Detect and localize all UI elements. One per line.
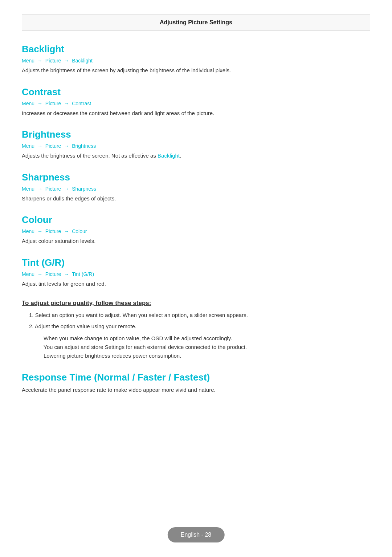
- colour-breadcrumb: Menu → Picture → Colour: [22, 228, 370, 234]
- breadcrumb-contrast: Contrast: [72, 101, 91, 106]
- section-backlight: Backlight Menu → Picture → Backlight Adj…: [22, 44, 370, 75]
- response-normal: Normal: [97, 372, 130, 383]
- arrow-icon: →: [37, 228, 44, 234]
- section-contrast: Contrast Menu → Picture → Contrast Incre…: [22, 86, 370, 118]
- breadcrumb-menu: Menu: [22, 228, 34, 234]
- notes-block: When you make change to option value, th…: [22, 334, 370, 360]
- section-sharpness: Sharpness Menu → Picture → Sharpness Sha…: [22, 172, 370, 203]
- breadcrumb-menu: Menu: [22, 101, 34, 106]
- breadcrumb-picture: Picture: [45, 143, 61, 149]
- sharpness-desc: Sharpens or dulls the edges of objects.: [22, 195, 370, 203]
- contrast-desc: Increases or decreases the contrast betw…: [22, 109, 370, 118]
- response-title-post: ): [207, 372, 210, 383]
- breadcrumb-sharpness: Sharpness: [72, 186, 96, 192]
- brightness-backlight-link[interactable]: Backlight: [158, 153, 180, 159]
- arrow-icon: →: [64, 186, 70, 192]
- response-slash2: /: [166, 372, 174, 383]
- breadcrumb-menu: Menu: [22, 186, 34, 192]
- section-tint: Tint (G/R) Menu → Picture → Tint (G/R) A…: [22, 257, 370, 288]
- steps-list: Select an option you want to adjust. Whe…: [22, 311, 370, 330]
- section-colour: Colour Menu → Picture → Colour Adjust co…: [22, 214, 370, 245]
- note-1: When you make change to option value, th…: [44, 334, 370, 343]
- colour-title: Colour: [22, 214, 370, 225]
- arrow-icon: →: [37, 101, 44, 106]
- breadcrumb-tint: Tint (G/R): [72, 271, 94, 277]
- section-response-time: Response Time (Normal / Faster / Fastest…: [22, 372, 370, 394]
- response-fastest: Fastest: [174, 372, 207, 383]
- response-title-pre: Response Time (: [22, 372, 97, 383]
- brightness-breadcrumb: Menu → Picture → Brightness: [22, 143, 370, 149]
- breadcrumb-menu: Menu: [22, 271, 34, 277]
- breadcrumb-picture: Picture: [45, 58, 61, 64]
- breadcrumb-backlight: Backlight: [72, 58, 93, 64]
- tint-desc: Adjust tint levels for green and red.: [22, 280, 370, 288]
- breadcrumb-brightness: Brightness: [72, 143, 96, 149]
- arrow-icon: →: [64, 101, 70, 106]
- brightness-title: Brightness: [22, 129, 370, 140]
- arrow-icon: →: [37, 143, 44, 149]
- breadcrumb-picture: Picture: [45, 271, 61, 277]
- note-3: Lowering picture brightness reduces powe…: [44, 351, 370, 360]
- brightness-desc-pre: Adjusts the brightness of the screen. No…: [22, 153, 158, 159]
- note-2: You can adjust and store Settings for ea…: [44, 343, 370, 351]
- arrow-icon: →: [64, 271, 70, 277]
- response-slash1: /: [130, 372, 138, 383]
- breadcrumb-menu: Menu: [22, 143, 34, 149]
- arrow-icon: →: [37, 271, 44, 277]
- header-box: Adjusting Picture Settings: [22, 15, 370, 31]
- breadcrumb-colour: Colour: [72, 228, 87, 234]
- breadcrumb-picture: Picture: [45, 101, 61, 106]
- footer-label: English - 28: [181, 532, 212, 538]
- backlight-desc: Adjusts the brightness of the screen by …: [22, 66, 370, 75]
- backlight-title: Backlight: [22, 44, 370, 55]
- sharpness-title: Sharpness: [22, 172, 370, 183]
- section-steps: To adjust picture quality, follow these …: [22, 300, 370, 360]
- tint-breadcrumb: Menu → Picture → Tint (G/R): [22, 271, 370, 277]
- tint-title: Tint (G/R): [22, 257, 370, 268]
- footer-badge: English - 28: [168, 527, 225, 542]
- header-title: Adjusting Picture Settings: [160, 19, 232, 25]
- breadcrumb-picture: Picture: [45, 186, 61, 192]
- step-1: Select an option you want to adjust. Whe…: [25, 311, 370, 320]
- section-brightness: Brightness Menu → Picture → Brightness A…: [22, 129, 370, 160]
- arrow-icon: →: [64, 228, 70, 234]
- backlight-breadcrumb: Menu → Picture → Backlight: [22, 58, 370, 64]
- breadcrumb-picture: Picture: [45, 228, 61, 234]
- arrow-icon: →: [37, 58, 44, 64]
- arrow-icon: →: [64, 143, 70, 149]
- brightness-desc: Adjusts the brightness of the screen. No…: [22, 152, 370, 160]
- brightness-desc-post: .: [180, 153, 181, 159]
- breadcrumb-menu: Menu: [22, 58, 34, 64]
- response-faster: Faster: [138, 372, 166, 383]
- contrast-title: Contrast: [22, 86, 370, 98]
- step-2: Adjust the option value using your remot…: [25, 322, 370, 331]
- response-time-desc: Accelerate the panel response rate to ma…: [22, 386, 370, 394]
- response-time-title: Response Time (Normal / Faster / Fastest…: [22, 372, 370, 383]
- colour-desc: Adjust colour saturation levels.: [22, 237, 370, 245]
- arrow-icon: →: [37, 186, 44, 192]
- arrow-icon: →: [64, 58, 70, 64]
- steps-title: To adjust picture quality, follow these …: [22, 300, 370, 307]
- contrast-breadcrumb: Menu → Picture → Contrast: [22, 101, 370, 106]
- sharpness-breadcrumb: Menu → Picture → Sharpness: [22, 186, 370, 192]
- page-container: Adjusting Picture Settings Backlight Men…: [0, 0, 392, 557]
